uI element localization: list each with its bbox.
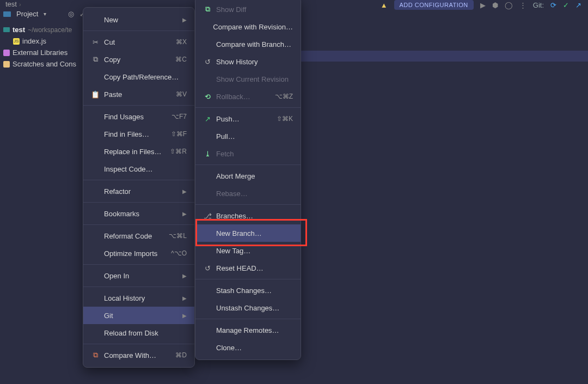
- run-icon[interactable]: ▶: [480, 1, 486, 9]
- menu-new-tag[interactable]: New Tag…: [195, 242, 301, 259]
- menu-paste[interactable]: 📋 Paste ⌘V: [83, 86, 194, 103]
- menu-separator: [83, 344, 194, 344]
- menu-separator: [195, 107, 301, 108]
- update-icon[interactable]: ⟳: [550, 1, 556, 9]
- menu-unstash[interactable]: Unstash Changes…: [195, 299, 301, 316]
- tree-scratches[interactable]: Scratches and Cons: [0, 58, 83, 70]
- context-menu-git: ⧉ Show Diff Compare with Revision… Compa…: [195, 0, 301, 360]
- js-icon: JS: [13, 38, 20, 45]
- menu-abort-merge[interactable]: Abort Merge: [195, 167, 301, 185]
- tree-scratches-label: Scratches and Cons: [13, 60, 76, 68]
- tree-root[interactable]: test ~/workspace/te: [0, 24, 83, 35]
- menu-copy[interactable]: ⧉ Copy ⌘C: [83, 51, 194, 68]
- chevron-down-icon[interactable]: ▾: [44, 11, 46, 17]
- menu-separator: [83, 224, 194, 225]
- menu-pull[interactable]: Pull…: [195, 127, 301, 145]
- folder-icon: [3, 27, 10, 32]
- tree-extlib-label: External Libraries: [13, 48, 68, 57]
- menu-separator: [83, 202, 194, 203]
- context-menu-main: New ▶ ✂ Cut ⌘X ⧉ Copy ⌘C Copy Path/Refer…: [83, 7, 195, 368]
- scratches-icon: [3, 61, 10, 68]
- menu-show-diff: ⧉ Show Diff: [195, 1, 301, 18]
- git-label: Git:: [533, 1, 544, 9]
- menu-separator: [195, 279, 301, 279]
- toolbar-right: ▲ ADD CONFIGURATION ▶ ⬢ ◯ ⋮ Git: ⟳ ✓ ↗: [381, 0, 581, 10]
- menu-reset-head[interactable]: ↺ Reset HEAD…: [195, 259, 301, 277]
- menu-separator: [195, 204, 301, 205]
- menu-local-history[interactable]: Local History ▶: [83, 289, 194, 307]
- more-icon[interactable]: ⋮: [519, 1, 526, 9]
- menu-branches[interactable]: ⎇ Branches…: [195, 207, 301, 224]
- debug-icon[interactable]: ⬢: [492, 1, 498, 9]
- folder-icon: [3, 11, 11, 17]
- menu-fetch: ⤓ Fetch: [195, 145, 301, 162]
- project-label[interactable]: Project: [16, 10, 38, 18]
- menu-new-branch[interactable]: New Branch…: [195, 224, 301, 242]
- chevron-right-icon: ▶: [182, 211, 187, 217]
- tree-root-path: ~/workspace/te: [28, 26, 72, 34]
- menu-rollback: ⟲ Rollback… ⌥⌘Z: [195, 88, 301, 105]
- chevron-right-icon: ▶: [182, 17, 187, 23]
- copy-icon: ⧉: [91, 55, 100, 64]
- menu-separator: [83, 31, 194, 31]
- menu-git[interactable]: Git ▶: [83, 307, 194, 324]
- menu-separator: [195, 319, 301, 319]
- breadcrumb: test ›: [5, 0, 21, 8]
- target-icon[interactable]: ◎: [68, 10, 74, 18]
- menu-manage-remotes[interactable]: Manage Remotes…: [195, 321, 301, 339]
- diff-icon: ⧉: [203, 5, 212, 14]
- history-icon: ↺: [203, 58, 212, 66]
- project-toolbar: Project ▾ ◎ ⤢: [3, 10, 85, 18]
- menu-separator: [83, 287, 194, 287]
- chevron-right-icon: ▶: [182, 188, 187, 194]
- menu-refactor[interactable]: Refactor ▶: [83, 182, 194, 200]
- menu-replace-in-files[interactable]: Replace in Files… ⇧⌘R: [83, 143, 194, 160]
- menu-separator: [83, 264, 194, 265]
- menu-find-usages[interactable]: Find Usages ⌥F7: [83, 108, 194, 125]
- menu-push[interactable]: ↗ Push… ⇧⌘K: [195, 110, 301, 127]
- menu-compare-revision[interactable]: Compare with Revision…: [195, 18, 301, 35]
- reset-icon: ↺: [203, 264, 212, 272]
- paste-icon: 📋: [91, 90, 100, 99]
- menu-separator: [83, 180, 194, 180]
- branch-icon: ⎇: [203, 212, 212, 220]
- cut-icon: ✂: [91, 38, 100, 46]
- chevron-right-icon: ▶: [182, 313, 187, 319]
- menu-new[interactable]: New ▶: [83, 11, 194, 28]
- menu-separator: [195, 164, 301, 165]
- menu-rebase: Rebase…: [195, 185, 301, 202]
- project-tree: test ~/workspace/te JS index.js External…: [0, 24, 83, 70]
- warning-icon[interactable]: ▲: [381, 1, 388, 9]
- tree-external-libraries[interactable]: External Libraries: [0, 47, 83, 58]
- menu-open-in[interactable]: Open In ▶: [83, 267, 194, 284]
- menu-show-current-revision: Show Current Revision: [195, 70, 301, 88]
- menu-copy-path[interactable]: Copy Path/Reference…: [83, 68, 194, 86]
- tree-file-name: index.js: [22, 37, 46, 45]
- tree-file[interactable]: JS index.js: [0, 35, 83, 47]
- menu-compare-branch[interactable]: Compare with Branch…: [195, 35, 301, 53]
- menu-compare-with[interactable]: ⧉ Compare With… ⌘D: [83, 346, 194, 364]
- menu-separator: [83, 105, 194, 106]
- breadcrumb-root[interactable]: test: [5, 0, 17, 8]
- chevron-right-icon: ▶: [182, 295, 187, 301]
- menu-bookmarks[interactable]: Bookmarks ▶: [83, 205, 194, 222]
- menu-clone[interactable]: Clone…: [195, 339, 301, 356]
- chevron-right-icon: ▶: [182, 273, 187, 279]
- menu-show-history[interactable]: ↺ Show History: [195, 53, 301, 70]
- add-configuration-button[interactable]: ADD CONFIGURATION: [394, 0, 474, 10]
- menu-reformat-code[interactable]: Reformat Code ⌥⌘L: [83, 227, 194, 245]
- menu-cut[interactable]: ✂ Cut ⌘X: [83, 33, 194, 51]
- menu-find-in-files[interactable]: Find in Files… ⇧⌘F: [83, 125, 194, 143]
- menu-reload-from-disk[interactable]: Reload from Disk: [83, 324, 194, 342]
- menu-optimize-imports[interactable]: Optimize Imports ^⌥O: [83, 245, 194, 262]
- rollback-icon: ⟲: [203, 93, 212, 101]
- push-icon: ↗: [203, 115, 212, 123]
- library-icon: [3, 50, 10, 56]
- chevron-right-icon: ›: [19, 1, 21, 8]
- compare-icon: ⧉: [91, 351, 100, 359]
- menu-inspect-code[interactable]: Inspect Code…: [83, 160, 194, 178]
- stop-icon[interactable]: ◯: [505, 1, 513, 9]
- push-icon[interactable]: ↗: [575, 1, 581, 9]
- menu-stash[interactable]: Stash Changes…: [195, 282, 301, 299]
- commit-icon[interactable]: ✓: [563, 1, 569, 9]
